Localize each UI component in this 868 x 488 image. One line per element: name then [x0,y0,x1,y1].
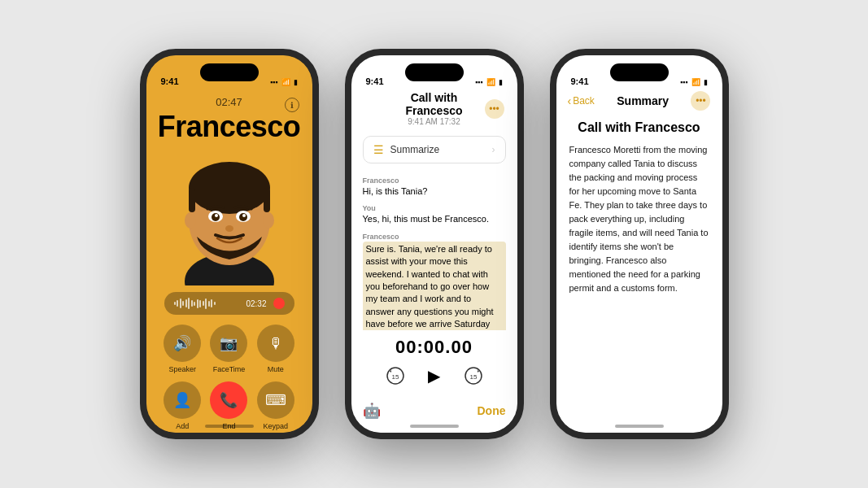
mute-label: Mute [268,365,284,373]
speaker-button[interactable]: 🔊 Speaker [164,325,201,373]
call-with-title: Call with Francesco [384,91,485,117]
back-label: Back [573,95,595,107]
svg-text:15: 15 [469,373,477,381]
transcript-entry-3: Francesco Sure is. Tania, we're all read… [363,233,506,330]
battery-icon: ▮ [294,78,298,86]
play-button[interactable]: ▶ [421,363,447,389]
home-indicator-3 [615,425,664,428]
signal-icon-3: ▪▪▪ [680,78,688,86]
playback-time: 00:00.00 [395,337,473,358]
status-time-3: 9:41 [571,76,589,86]
summary-screen: 9:41 ▪▪▪ 📶 ▮ ‹ Back Summary ••• Call wit… [556,55,722,433]
status-time-2: 9:41 [366,76,384,86]
keypad-label: Keypad [264,422,289,430]
svg-rect-5 [264,188,270,212]
skip-back-icon: 15 [386,367,404,385]
skip-forward-icon: 15 [465,367,482,385]
transcript-text-2: Yes, hi, this must be Francesco. [363,213,506,225]
summary-body-text: Francesco Moretti from the moving compan… [569,143,709,296]
add-button[interactable]: 👤 Add [164,381,201,430]
svg-point-7 [263,212,274,229]
wifi-icon-3: 📶 [691,78,700,86]
skip-back-button[interactable]: 15 [384,364,407,387]
mute-button[interactable]: 🎙 Mute [257,325,294,373]
caller-name: Francesco [158,110,301,144]
chevron-right-icon: › [492,144,495,155]
transcript-content: Francesco Hi, is this Tania? You Yes, hi… [351,170,517,330]
active-call-screen: 9:41 ▪▪▪ 📶 ▮ ℹ 02:47 Francesco [146,55,312,433]
call-time: 9:41 AM 17:32 [384,117,485,126]
phone-transcript: 9:41 ▪▪▪ 📶 ▮ Call with Francesco 9:41 AM… [345,49,524,439]
dynamic-island [200,63,259,81]
call-controls: 🔊 Speaker 📷 FaceTime 🎙 Mute 👤 Add [146,325,312,438]
playback-controls: 15 ▶ 15 [384,363,485,389]
svg-point-12 [215,214,218,217]
info-icon[interactable]: ℹ [285,98,299,112]
playback-section: 00:00.00 15 ▶ 15 [351,330,517,395]
status-time: 9:41 [161,76,179,86]
end-icon-circle: 📞 [210,381,247,419]
phone-summary: 9:41 ▪▪▪ 📶 ▮ ‹ Back Summary ••• Call wit… [550,49,729,439]
dynamic-island [405,63,464,81]
wifi-icon: 📶 [281,78,290,86]
speaker-3: Francesco [363,233,506,241]
signal-icon: ▪▪▪ [270,78,278,86]
transcript-text-3: Sure is. Tania, we're all ready to assis… [363,242,506,330]
svg-point-3 [189,162,270,214]
facetime-icon-circle: 📷 [210,325,247,362]
summarize-icon: ☰ [373,143,384,156]
transcript-text-1: Hi, is this Tania? [363,185,506,198]
svg-point-6 [185,212,196,229]
speaker-2: You [363,204,506,212]
status-icons-3: ▪▪▪ 📶 ▮ [680,78,708,86]
record-indicator [273,298,285,309]
end-call-button[interactable]: 📞 End [210,381,247,430]
battery-icon-3: ▮ [704,78,708,86]
speaker-icon-circle: 🔊 [164,325,201,362]
svg-text:15: 15 [391,373,399,381]
add-icon-circle: 👤 [164,381,201,419]
keypad-button[interactable]: ⌨ Keypad [257,381,294,430]
svg-point-13 [242,214,246,217]
memoji-svg [168,147,290,285]
add-label: Add [176,422,189,430]
recording-bar: 02:32 [164,292,294,315]
summary-call-title: Call with Francesco [569,120,709,135]
summary-more-button[interactable]: ••• [691,91,710,111]
transcript-entry-2: You Yes, hi, this must be Francesco. [363,204,506,225]
home-indicator-2 [410,425,459,428]
battery-icon-2: ▮ [499,78,503,86]
summarize-label: Summarize [390,144,440,155]
status-icons: ▪▪▪ 📶 ▮ [270,78,298,86]
controls-row-1: 🔊 Speaker 📷 FaceTime 🎙 Mute [159,325,299,373]
transcript-title: Call with Francesco 9:41 AM 17:32 [384,91,485,126]
summary-nav-title: Summary [617,94,669,107]
robot-icon: 🤖 [363,402,381,420]
home-indicator [205,425,254,428]
dynamic-island-3 [610,63,669,81]
call-duration: 02:47 [216,96,242,108]
memoji-avatar [164,147,294,285]
rec-time: 02:32 [246,299,266,308]
done-button[interactable]: Done [478,404,506,417]
status-icons-2: ▪▪▪ 📶 ▮ [475,78,503,86]
wifi-icon-2: 📶 [486,78,495,86]
facetime-button[interactable]: 📷 FaceTime [210,325,247,373]
skip-forward-button[interactable]: 15 [462,364,485,387]
signal-icon-2: ▪▪▪ [475,78,483,86]
speaker-label: Speaker [168,365,196,373]
transcript-screen: 9:41 ▪▪▪ 📶 ▮ Call with Francesco 9:41 AM… [351,55,517,433]
back-button[interactable]: ‹ Back [568,94,595,107]
transcript-entry-1: Francesco Hi, is this Tania? [363,176,506,198]
more-options-button[interactable]: ••• [485,99,504,119]
svg-rect-4 [189,188,195,212]
summarize-left: ☰ Summarize [373,143,440,156]
summary-content: Call with Francesco Francesco Moretti fr… [556,114,722,433]
waveform [174,297,240,310]
summarize-row[interactable]: ☰ Summarize › [363,136,506,163]
controls-row-2: 👤 Add 📞 End ⌨ Keypad [159,381,299,430]
chevron-left-icon: ‹ [568,94,572,107]
svg-point-14 [225,225,233,232]
keypad-icon-circle: ⌨ [257,381,294,419]
speaker-1: Francesco [363,176,506,185]
